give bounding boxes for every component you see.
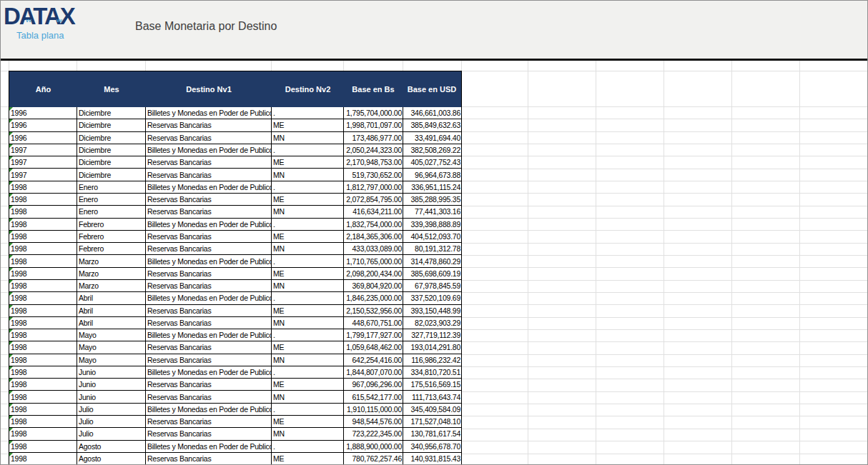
- cell-ano[interactable]: 1997: [9, 169, 77, 180]
- cell-ano[interactable]: 1996: [9, 119, 77, 131]
- cell-base-bs[interactable]: 642,254,416.00: [344, 354, 403, 366]
- cell-base-usd[interactable]: 77,441,303.16: [403, 206, 461, 217]
- cell-base-bs[interactable]: 723,222,345.00: [344, 428, 403, 439]
- cell-base-bs[interactable]: 448,670,751.00: [344, 317, 403, 329]
- cell-base-bs[interactable]: 1,832,754,000.00: [344, 219, 403, 230]
- cell-mes[interactable]: Diciembre: [77, 144, 146, 156]
- cell-mes[interactable]: Julio: [77, 416, 146, 427]
- cell-ano[interactable]: 1996: [9, 107, 77, 119]
- cell-mes[interactable]: Marzo: [77, 255, 146, 266]
- cell-base-usd[interactable]: 385,849,632.63: [403, 119, 461, 131]
- cell-ano[interactable]: 1998: [9, 305, 77, 316]
- cell-base-usd[interactable]: 314,478,860.29: [403, 255, 461, 266]
- cell-base-bs[interactable]: 1,710,765,000.00: [344, 255, 403, 266]
- cell-base-bs[interactable]: 369,804,920.00: [344, 280, 403, 291]
- cell-mes[interactable]: Mayo: [77, 341, 146, 353]
- cell-destino-nv1[interactable]: Billetes y Monedas en Poder de Publico: [146, 219, 272, 230]
- cell-ano[interactable]: 1998: [9, 292, 77, 304]
- cell-base-bs[interactable]: 1,799,177,927.00: [344, 329, 403, 341]
- cell-destino-nv1[interactable]: Reservas Bancarias: [146, 341, 272, 353]
- cell-mes[interactable]: Junio: [77, 366, 146, 378]
- cell-destino-nv1[interactable]: Billetes y Monedas en Poder de Publico: [146, 292, 272, 304]
- cell-ano[interactable]: 1998: [9, 453, 77, 464]
- cell-ano[interactable]: 1998: [9, 268, 77, 279]
- column-header-ano[interactable]: Año: [9, 71, 77, 107]
- cell-base-usd[interactable]: 33,491,694.40: [403, 132, 461, 144]
- cell-destino-nv2[interactable]: ME: [272, 231, 344, 242]
- cell-destino-nv2[interactable]: .: [272, 255, 344, 266]
- cell-base-bs[interactable]: 1,910,115,000.00: [344, 404, 403, 415]
- cell-destino-nv1[interactable]: Reservas Bancarias: [146, 119, 272, 131]
- cell-base-bs[interactable]: 615,542,177.00: [344, 391, 403, 402]
- cell-destino-nv1[interactable]: Reservas Bancarias: [146, 428, 272, 439]
- cell-destino-nv1[interactable]: Reservas Bancarias: [146, 206, 272, 217]
- cell-base-bs[interactable]: 519,730,652.00: [344, 169, 403, 180]
- cell-ano[interactable]: 1998: [9, 329, 77, 341]
- cell-mes[interactable]: Mayo: [77, 329, 146, 341]
- cell-base-usd[interactable]: 404,512,093.70: [403, 231, 461, 242]
- cell-mes[interactable]: Diciembre: [77, 107, 146, 119]
- cell-destino-nv2[interactable]: MN: [272, 428, 344, 439]
- cell-base-usd[interactable]: 171,527,048.10: [403, 416, 461, 427]
- cell-destino-nv2[interactable]: ME: [272, 119, 344, 131]
- cell-destino-nv2[interactable]: .: [272, 181, 344, 193]
- cell-destino-nv2[interactable]: MN: [272, 280, 344, 291]
- column-header-destino-nv2[interactable]: Destino Nv2: [272, 71, 344, 107]
- cell-destino-nv1[interactable]: Reservas Bancarias: [146, 243, 272, 254]
- column-header-base-bs[interactable]: Base en Bs: [344, 71, 403, 107]
- cell-destino-nv2[interactable]: .: [272, 329, 344, 341]
- cell-destino-nv2[interactable]: .: [272, 404, 344, 415]
- cell-ano[interactable]: 1998: [9, 391, 77, 402]
- cell-destino-nv1[interactable]: Reservas Bancarias: [146, 391, 272, 402]
- cell-base-bs[interactable]: 1,059,648,462.00: [344, 341, 403, 353]
- cell-ano[interactable]: 1998: [9, 366, 77, 378]
- cell-mes[interactable]: Abril: [77, 317, 146, 329]
- cell-ano[interactable]: 1997: [9, 144, 77, 156]
- cell-destino-nv2[interactable]: ME: [272, 453, 344, 464]
- cell-destino-nv1[interactable]: Reservas Bancarias: [146, 280, 272, 291]
- cell-mes[interactable]: Marzo: [77, 268, 146, 279]
- cell-destino-nv1[interactable]: Billetes y Monedas en Poder de Publico: [146, 144, 272, 156]
- cell-mes[interactable]: Abril: [77, 305, 146, 316]
- cell-mes[interactable]: Agosto: [77, 453, 146, 464]
- cell-destino-nv2[interactable]: .: [272, 107, 344, 119]
- cell-destino-nv1[interactable]: Billetes y Monedas en Poder de Publico: [146, 181, 272, 193]
- cell-base-usd[interactable]: 385,698,609.19: [403, 268, 461, 279]
- cell-destino-nv1[interactable]: Reservas Bancarias: [146, 317, 272, 329]
- cell-mes[interactable]: Agosto: [77, 441, 146, 452]
- cell-destino-nv2[interactable]: ME: [272, 341, 344, 353]
- cell-destino-nv1[interactable]: Billetes y Monedas en Poder de Publico: [146, 255, 272, 266]
- cell-mes[interactable]: Julio: [77, 404, 146, 415]
- cell-base-bs[interactable]: 2,050,244,323.00: [344, 144, 403, 156]
- cell-destino-nv2[interactable]: .: [272, 144, 344, 156]
- cell-base-usd[interactable]: 382,508,269.22: [403, 144, 461, 156]
- cell-ano[interactable]: 1996: [9, 132, 77, 144]
- cell-base-bs[interactable]: 2,098,200,434.00: [344, 268, 403, 279]
- cell-base-usd[interactable]: 337,520,109.69: [403, 292, 461, 304]
- cell-ano[interactable]: 1998: [9, 416, 77, 427]
- cell-mes[interactable]: Febrero: [77, 243, 146, 254]
- cell-destino-nv1[interactable]: Reservas Bancarias: [146, 305, 272, 316]
- cell-base-usd[interactable]: 327,719,112.39: [403, 329, 461, 341]
- cell-base-usd[interactable]: 140,931,815.43: [403, 453, 461, 464]
- cell-ano[interactable]: 1998: [9, 354, 77, 366]
- cell-mes[interactable]: Junio: [77, 379, 146, 390]
- cell-mes[interactable]: Diciembre: [77, 156, 146, 168]
- cell-ano[interactable]: 1998: [9, 181, 77, 193]
- cell-base-bs[interactable]: 2,184,365,306.00: [344, 231, 403, 242]
- cell-mes[interactable]: Diciembre: [77, 119, 146, 131]
- cell-base-usd[interactable]: 67,978,845.59: [403, 280, 461, 291]
- cell-destino-nv1[interactable]: Reservas Bancarias: [146, 416, 272, 427]
- cell-base-bs[interactable]: 2,170,948,753.00: [344, 156, 403, 168]
- column-header-base-usd[interactable]: Base en USD: [403, 71, 461, 107]
- cell-base-usd[interactable]: 96,964,673.88: [403, 169, 461, 180]
- cell-ano[interactable]: 1998: [9, 243, 77, 254]
- cell-base-bs[interactable]: 1,844,807,070.00: [344, 366, 403, 378]
- cell-mes[interactable]: Junio: [77, 391, 146, 402]
- cell-ano[interactable]: 1998: [9, 404, 77, 415]
- cell-destino-nv2[interactable]: .: [272, 292, 344, 304]
- cell-ano[interactable]: 1998: [9, 231, 77, 242]
- cell-destino-nv2[interactable]: MN: [272, 317, 344, 329]
- cell-destino-nv1[interactable]: Reservas Bancarias: [146, 132, 272, 144]
- cell-ano[interactable]: 1998: [9, 441, 77, 452]
